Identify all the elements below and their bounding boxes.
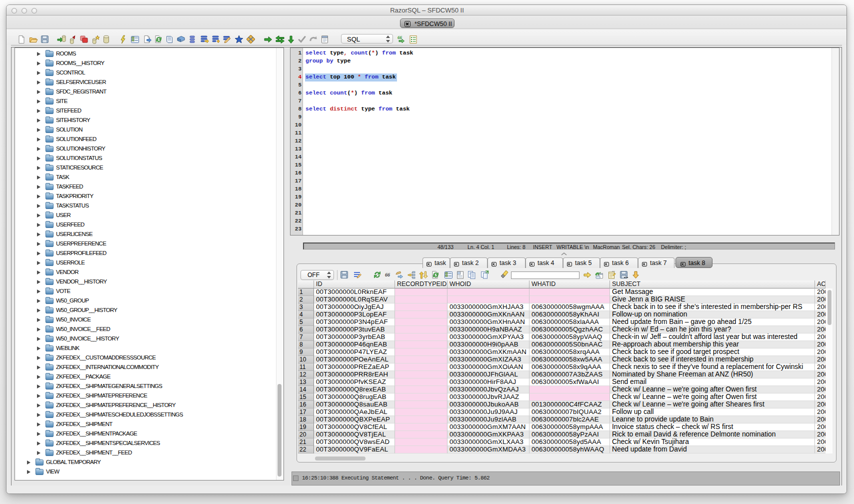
svg-text:66: 66 [398,35,402,40]
svg-text:66: 66 [385,272,390,278]
